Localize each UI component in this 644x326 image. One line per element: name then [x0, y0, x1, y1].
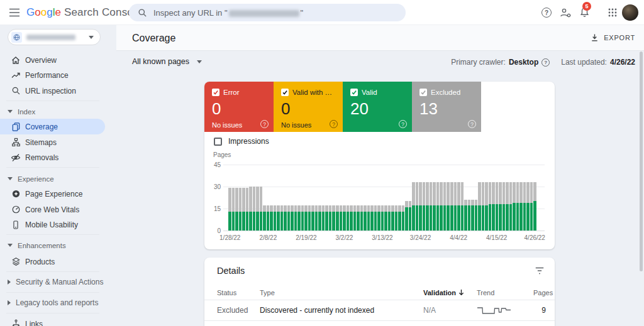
- chart-bar: [235, 188, 238, 231]
- chart-bar: [256, 187, 259, 231]
- column-header-type[interactable]: Type: [260, 289, 423, 296]
- chart-bar: [347, 205, 350, 231]
- magnifier-icon: [10, 86, 21, 95]
- help-icon[interactable]: ?: [468, 120, 476, 128]
- section-label: Experience: [18, 175, 54, 183]
- chart-bar: [263, 205, 266, 231]
- chart-bar: [395, 205, 398, 231]
- sidebar-item-label: Coverage: [25, 122, 58, 131]
- sidebar-section-enhancements[interactable]: Enhancements: [0, 241, 66, 250]
- sidebar-item-removals[interactable]: Removals: [0, 149, 105, 165]
- sidebar-item-performance[interactable]: Performance: [0, 67, 105, 83]
- help-icon[interactable]: ?: [539, 5, 554, 20]
- chart-bar: [447, 182, 450, 231]
- help-icon[interactable]: ?: [260, 120, 269, 128]
- chart-bar: [492, 182, 495, 231]
- sidebar-item-security-manual-actions[interactable]: Security & Manual Actions: [0, 277, 103, 287]
- sidebar-item-coverage[interactable]: Coverage: [0, 119, 105, 134]
- status-card-valid-with-warnings[interactable]: Valid with warnings 0 No issues ?: [274, 82, 343, 132]
- hamburger-menu-icon[interactable]: [8, 6, 21, 19]
- x-tick-label: 4/15/22: [486, 234, 507, 241]
- unchecked-checkbox-icon[interactable]: [214, 138, 222, 146]
- sidebar-item-page-experience[interactable]: Page Experience: [0, 186, 105, 202]
- user-settings-icon[interactable]: [558, 5, 573, 20]
- column-header-validation[interactable]: Validation: [423, 289, 477, 296]
- download-icon: [591, 33, 599, 42]
- chevron-down-icon: [89, 36, 94, 39]
- sidebar-item-label: Performance: [25, 71, 69, 80]
- chart-bar: [419, 182, 422, 231]
- gridline: [223, 231, 545, 231]
- sidebar-item-url-inspection[interactable]: URL inspection: [0, 83, 105, 99]
- sidebar-section-experience[interactable]: Experience: [0, 174, 54, 183]
- sidebar-item-sitemaps[interactable]: Sitemaps: [0, 134, 105, 150]
- chart-bar: [416, 182, 419, 231]
- chart-bar: [277, 205, 280, 231]
- x-tick-label: 3/24/22: [410, 234, 431, 241]
- filter-icon[interactable]: [535, 266, 545, 275]
- chart-bar: [367, 205, 370, 231]
- checked-checkbox-icon[interactable]: [419, 89, 427, 96]
- sidebar-item-mobile-usability[interactable]: Mobile Usability: [0, 217, 105, 232]
- divider: [6, 167, 99, 168]
- status-card-label: Error: [223, 89, 240, 96]
- chart-bar: [489, 182, 492, 231]
- checked-checkbox-icon[interactable]: [281, 89, 289, 96]
- help-icon[interactable]: ?: [399, 120, 407, 128]
- x-tick-label: 2/19/22: [296, 234, 316, 241]
- column-header-status[interactable]: Status: [217, 289, 260, 296]
- status-card-error[interactable]: Error 0 No issues ?: [204, 82, 274, 132]
- notification-count-badge: 5: [582, 2, 591, 11]
- page-scope-filter-dropdown[interactable]: All known pages: [132, 57, 202, 66]
- chart-bar: [340, 205, 343, 231]
- property-selector[interactable]: [8, 29, 101, 45]
- chart-bar: [253, 187, 256, 231]
- y-tick-label: 30: [204, 183, 221, 190]
- checked-checkbox-icon[interactable]: [350, 89, 358, 96]
- sidebar-item-core-web-vitals[interactable]: Core Web Vitals: [0, 202, 105, 217]
- sidebar-section-index[interactable]: Index: [0, 107, 35, 116]
- sidebar-item-products[interactable]: Products: [0, 254, 105, 269]
- top-app-bar: Google Search Console Inspect any URL in…: [0, 0, 644, 25]
- sort-descending-arrow-icon: [458, 289, 464, 296]
- chevron-right-icon: [8, 280, 11, 285]
- chart-bar: [304, 205, 308, 231]
- sidebar-item-overview[interactable]: Overview: [0, 52, 105, 68]
- removals-eye-off-icon: [10, 153, 21, 162]
- sidebar-item-label: Security & Manual Actions: [16, 278, 103, 286]
- sidebar-item-legacy-tools[interactable]: Legacy tools and reports: [0, 298, 98, 308]
- sidebar-item-label: Sitemaps: [25, 138, 57, 147]
- chart-bar: [377, 205, 380, 231]
- status-card-label: Valid with warnings: [292, 89, 335, 96]
- x-tick-label: 1/28/22: [219, 234, 240, 241]
- column-header-pages[interactable]: Pages: [533, 289, 553, 296]
- url-inspect-search-input[interactable]: Inspect any URL in "": [129, 4, 406, 21]
- help-icon[interactable]: ?: [330, 120, 338, 128]
- chart-bar: [364, 205, 367, 231]
- row-validation: N/A: [423, 306, 477, 315]
- chart-bar: [478, 182, 481, 231]
- logo-letter: g: [47, 6, 52, 18]
- divider: [6, 101, 99, 101]
- app-logo[interactable]: Google Search Console: [26, 0, 142, 25]
- logo-letter: e: [55, 6, 60, 18]
- status-card-valid[interactable]: Valid 20 ?: [343, 82, 412, 132]
- vertical-scrollbar[interactable]: [640, 52, 643, 271]
- chart-bar: [430, 182, 433, 231]
- chart-bar: [405, 201, 408, 231]
- checked-checkbox-icon[interactable]: [212, 89, 219, 96]
- apps-grid-icon[interactable]: [605, 5, 620, 20]
- sidebar-item-label: URL inspection: [25, 87, 76, 95]
- status-card-subtext: No issues: [212, 121, 266, 129]
- sidebar-item-links[interactable]: Links: [0, 316, 105, 326]
- chart-bar: [311, 205, 314, 231]
- status-card-excluded[interactable]: Excluded 13 ?: [412, 82, 481, 132]
- table-row[interactable]: ExcludedDiscovered - currently not index…: [204, 300, 555, 321]
- export-button[interactable]: EXPORT: [591, 33, 635, 42]
- column-header-trend[interactable]: Trend: [477, 289, 533, 296]
- avatar[interactable]: [622, 4, 638, 21]
- status-card-label: Excluded: [431, 89, 460, 96]
- chart-bar: [291, 205, 294, 231]
- help-icon[interactable]: ?: [541, 58, 550, 67]
- impressions-checkbox[interactable]: Impressions: [214, 137, 269, 146]
